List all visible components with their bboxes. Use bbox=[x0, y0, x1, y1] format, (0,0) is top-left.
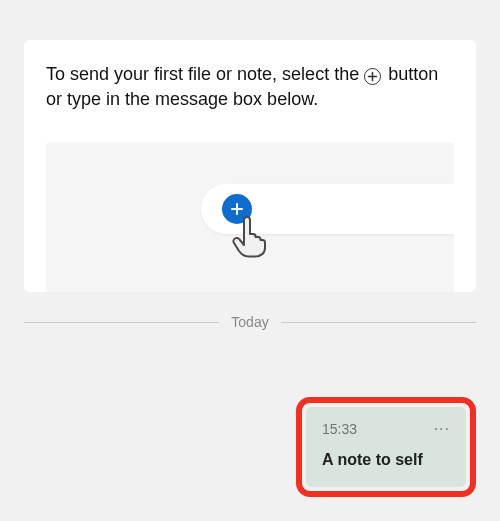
date-divider: Today bbox=[24, 314, 476, 330]
divider-line-left bbox=[24, 322, 219, 323]
message-text: A note to self bbox=[322, 451, 450, 469]
message-time: 15:33 bbox=[322, 421, 357, 437]
message-header: 15:33 ··· bbox=[322, 421, 450, 437]
divider-line-right bbox=[281, 322, 476, 323]
onboarding-info-card: To send your first file or note, select … bbox=[24, 40, 476, 292]
plus-circle-icon bbox=[364, 68, 381, 85]
message-area: 15:33 ··· A note to self bbox=[296, 397, 476, 497]
onboarding-info-text: To send your first file or note, select … bbox=[46, 62, 454, 112]
message-bubble[interactable]: 15:33 ··· A note to self bbox=[306, 407, 466, 487]
divider-label: Today bbox=[231, 314, 268, 330]
info-text-before: To send your first file or note, select … bbox=[46, 64, 364, 84]
onboarding-illustration bbox=[46, 142, 454, 292]
highlight-frame: 15:33 ··· A note to self bbox=[296, 397, 476, 497]
pointer-hand-icon bbox=[230, 216, 268, 262]
more-icon[interactable]: ··· bbox=[434, 421, 450, 437]
